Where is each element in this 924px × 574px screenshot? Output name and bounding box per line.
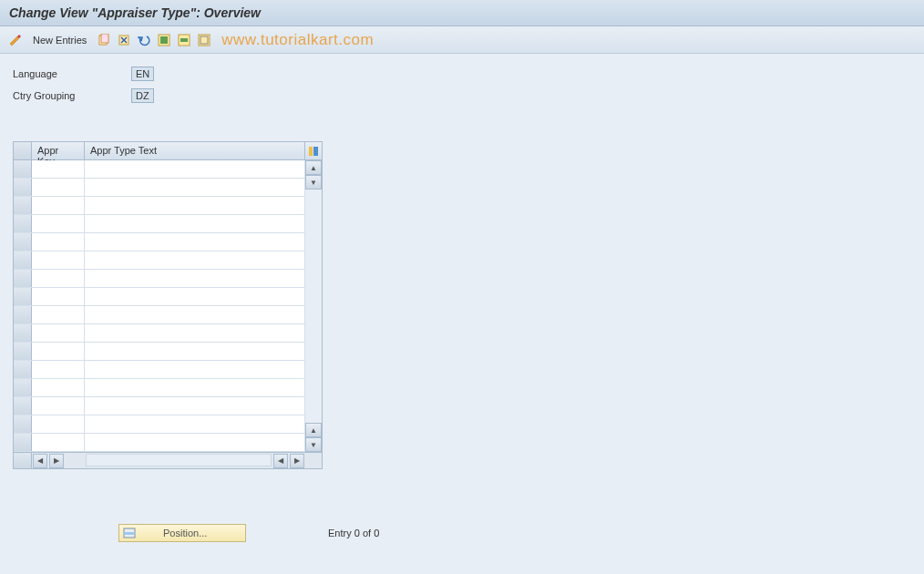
table-row [14, 415, 322, 434]
language-value: EN [131, 67, 154, 81]
cell-appr-key[interactable] [32, 379, 85, 396]
hscroll-left-key[interactable]: ◀ [33, 454, 47, 468]
row-selector[interactable] [14, 179, 32, 196]
row-selector[interactable] [14, 415, 32, 433]
select-block-button[interactable] [176, 32, 192, 48]
column-appr-type-text[interactable]: Appr Type Text [85, 142, 305, 159]
row-selector[interactable] [14, 361, 32, 378]
cell-appr-key[interactable] [32, 324, 85, 342]
select-all-button[interactable] [156, 32, 172, 48]
cell-appr-type-text[interactable] [85, 251, 305, 269]
cell-appr-type-text[interactable] [85, 288, 305, 305]
undo-change-button[interactable] [136, 32, 152, 48]
hscroll-track[interactable] [86, 454, 272, 466]
cell-appr-type-text[interactable] [85, 434, 305, 451]
position-icon [123, 527, 136, 539]
row-selector[interactable] [14, 324, 32, 342]
cell-appr-key[interactable] [32, 179, 85, 196]
table-row [14, 288, 322, 306]
cell-appr-key[interactable] [32, 306, 85, 323]
row-selector[interactable] [14, 270, 32, 287]
row-selector[interactable] [14, 251, 32, 269]
table-row [14, 306, 322, 324]
undo-icon [138, 34, 150, 46]
row-selector[interactable] [14, 343, 32, 360]
table-row [14, 361, 322, 379]
table-row [14, 434, 322, 452]
column-appr-key[interactable]: Appr Key [32, 142, 85, 159]
row-selector[interactable] [14, 197, 32, 214]
scroll-track[interactable] [305, 190, 322, 423]
triangle-left-icon: ◀ [278, 456, 283, 465]
triangle-left-icon: ◀ [37, 456, 43, 465]
cell-appr-type-text[interactable] [85, 379, 305, 396]
row-selector-header[interactable] [14, 142, 32, 159]
triangle-right-icon: ▶ [54, 456, 59, 465]
cell-appr-type-text[interactable] [85, 397, 305, 415]
cell-appr-key[interactable] [32, 197, 85, 214]
new-entries-button[interactable]: New Entries [27, 33, 92, 47]
cell-appr-type-text[interactable] [85, 160, 305, 178]
triangle-up-icon: ▲ [310, 164, 317, 172]
cell-appr-key[interactable] [32, 270, 85, 287]
svg-rect-12 [313, 147, 318, 156]
hscroll-right-key[interactable]: ▶ [49, 454, 64, 468]
copy-as-button[interactable] [96, 32, 112, 48]
table-settings-button[interactable] [305, 142, 322, 159]
position-button[interactable]: Position... [118, 524, 246, 542]
row-selector[interactable] [14, 215, 32, 232]
cell-appr-key[interactable] [32, 160, 85, 178]
row-selector[interactable] [14, 160, 32, 178]
table-row [14, 179, 322, 197]
cell-appr-key[interactable] [32, 434, 85, 451]
row-selector[interactable] [14, 288, 32, 305]
row-selector[interactable] [14, 233, 32, 251]
cell-appr-type-text[interactable] [85, 270, 305, 287]
table-config-icon [308, 146, 319, 157]
cell-appr-key[interactable] [32, 397, 85, 415]
row-selector[interactable] [14, 434, 32, 451]
table-row [14, 233, 322, 251]
cell-appr-type-text[interactable] [85, 179, 305, 196]
cell-appr-type-text[interactable] [85, 343, 305, 360]
scroll-up-button[interactable]: ▲ [305, 160, 322, 175]
deselect-all-button[interactable] [196, 32, 212, 48]
copy-icon [98, 34, 110, 46]
hscroll-right-text[interactable]: ▶ [290, 454, 304, 468]
cell-appr-type-text[interactable] [85, 233, 305, 251]
hscroll-left-text[interactable]: ◀ [273, 454, 288, 468]
cell-appr-key[interactable] [32, 233, 85, 251]
cell-appr-type-text[interactable] [85, 215, 305, 232]
position-label: Position... [163, 528, 207, 538]
ctry-grouping-label: Ctry Grouping [13, 90, 131, 101]
cell-appr-key[interactable] [32, 288, 85, 305]
cell-appr-type-text[interactable] [85, 361, 305, 378]
table-body: ▲ ▼ ▲ ▼ [14, 160, 322, 452]
footer: Position... Entry 0 of 0 [118, 524, 379, 542]
cell-appr-type-text[interactable] [85, 324, 305, 342]
table-row [14, 160, 322, 179]
svg-rect-11 [309, 147, 313, 156]
cell-appr-type-text[interactable] [85, 197, 305, 214]
toggle-display-change-button[interactable] [7, 32, 24, 48]
svg-rect-8 [180, 38, 188, 42]
entry-count-text: Entry 0 of 0 [328, 528, 379, 538]
cell-appr-key[interactable] [32, 361, 85, 378]
table-row [14, 324, 322, 343]
table-row [14, 197, 322, 215]
delete-button[interactable] [116, 32, 132, 48]
scroll-down-button[interactable]: ▼ [305, 175, 322, 190]
cell-appr-key[interactable] [32, 251, 85, 269]
cell-appr-type-text[interactable] [85, 306, 305, 323]
row-selector[interactable] [14, 306, 32, 323]
cell-appr-type-text[interactable] [85, 415, 305, 433]
cell-appr-key[interactable] [32, 415, 85, 433]
scroll-up-end-button[interactable]: ▲ [305, 423, 322, 437]
table-row [14, 251, 322, 270]
row-selector[interactable] [14, 379, 32, 396]
appraiser-type-table: Appr Key Appr Type Text ▲ ▼ ▲ ▼ ◀ ▶ ◀ [13, 141, 323, 469]
scroll-down-end-button[interactable]: ▼ [305, 437, 322, 452]
row-selector[interactable] [14, 397, 32, 415]
cell-appr-key[interactable] [32, 215, 85, 232]
cell-appr-key[interactable] [32, 343, 85, 360]
